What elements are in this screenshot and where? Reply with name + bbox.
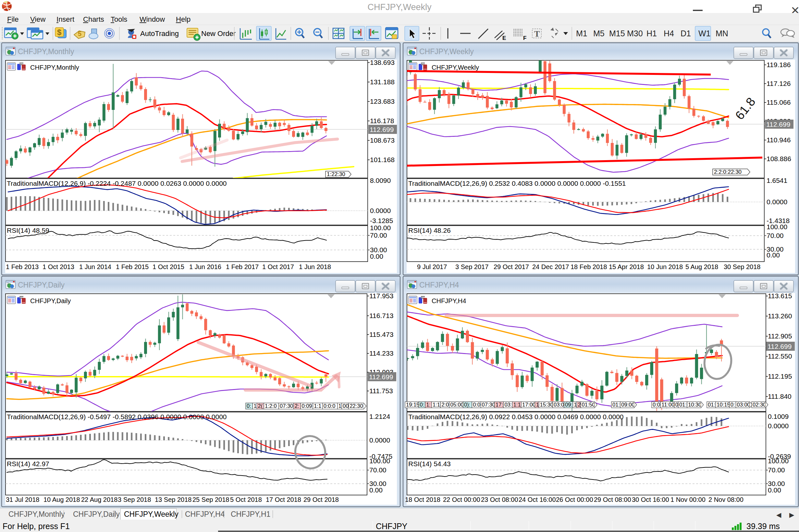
svg-text:24 Dec 2017: 24 Dec 2017 — [532, 263, 569, 270]
svg-text:RSI(14) 42.97: RSI(14) 42.97 — [7, 460, 49, 468]
svg-text:5 Oct 2018: 5 Oct 2018 — [230, 496, 262, 503]
svg-text:70.00: 70.00 — [369, 466, 386, 474]
svg-text:112.699: 112.699 — [369, 373, 393, 381]
svg-text:115.473: 115.473 — [369, 331, 393, 338]
svg-text:113.260: 113.260 — [768, 312, 792, 320]
svg-text:18 Feb 2018: 18 Feb 2018 — [570, 263, 607, 270]
svg-text:1 Feb 2017: 1 Feb 2017 — [226, 263, 259, 270]
svg-text:CHFJPY,Weekly: CHFJPY,Weekly — [432, 64, 479, 71]
svg-text:112.905: 112.905 — [768, 332, 792, 340]
svg-text:TraditionalMACD(12,26,9) -0.22: TraditionalMACD(12,26,9) -0.2224 -0.2487… — [7, 179, 227, 187]
svg-text:100.00: 100.00 — [369, 457, 390, 464]
svg-text:23 Oct 08:00: 23 Oct 08:00 — [481, 496, 518, 503]
svg-text:1.6541: 1.6541 — [766, 177, 787, 184]
svg-text:1 Oct 2017: 1 Oct 2017 — [262, 263, 294, 270]
svg-text:30 Oct 16:00: 30 Oct 16:00 — [632, 496, 669, 503]
svg-text:116.713: 116.713 — [369, 312, 393, 319]
svg-text:0.00: 0.00 — [768, 486, 781, 494]
svg-text:1 Oct 2013: 1 Oct 2013 — [42, 263, 74, 270]
svg-text:3 Sep 2018: 3 Sep 2018 — [118, 496, 151, 503]
svg-text:112.550: 112.550 — [768, 353, 792, 360]
svg-text:138.693: 138.693 — [370, 59, 395, 66]
svg-text:1:22:30: 1:22:30 — [327, 171, 345, 177]
svg-text:117.126: 117.126 — [766, 80, 791, 87]
svg-text:0.00: 0.00 — [369, 486, 383, 494]
svg-text:22 Oct 00:00: 22 Oct 00:00 — [443, 496, 480, 503]
svg-text:01:50: 01:50 — [582, 402, 595, 407]
svg-text:02:30: 02:30 — [752, 402, 766, 407]
svg-text:1 Oct 2015: 1 Oct 2015 — [152, 263, 184, 270]
svg-text:115.066: 115.066 — [766, 98, 791, 106]
svg-text:22:30: 22:30 — [349, 403, 363, 409]
svg-text:TraditionalMACD(12,26,9) 0.253: TraditionalMACD(12,26,9) 0.2532 0.4083 0… — [408, 179, 626, 187]
svg-text:1: 1 — [574, 402, 577, 407]
svg-text:1:1: 1:1 — [314, 403, 321, 409]
svg-text:2:0: 2:0 — [441, 402, 449, 407]
svg-text:111.840: 111.840 — [768, 393, 792, 400]
svg-text:10 Jun 2018: 10 Jun 2018 — [647, 263, 683, 270]
svg-text:101.168: 101.168 — [370, 156, 395, 164]
svg-text:03:0: 03:0 — [553, 402, 564, 407]
svg-text:00: 00 — [343, 403, 348, 409]
svg-text:05:00: 05:00 — [451, 402, 464, 407]
svg-text:03:00: 03:00 — [737, 402, 750, 407]
svg-text:10:15: 10:15 — [716, 402, 730, 407]
svg-text:CHFJPY,H4: CHFJPY,H4 — [419, 281, 459, 289]
svg-text:5 Aug 2018: 5 Aug 2018 — [685, 263, 718, 270]
svg-text:10 Aug 2018: 10 Aug 2018 — [43, 496, 80, 503]
svg-text:09:00: 09:00 — [621, 402, 634, 407]
svg-text:113.615: 113.615 — [768, 292, 792, 300]
svg-text:1 Feb 2015: 1 Feb 2015 — [116, 263, 149, 270]
svg-text:15:30: 15:30 — [540, 402, 553, 407]
svg-text:18 Oct 2018: 18 Oct 2018 — [405, 496, 440, 503]
svg-text:0.00: 0.00 — [370, 252, 383, 260]
svg-text:30 Sep 2018: 30 Sep 2018 — [724, 263, 760, 270]
svg-text:01:: 01: — [708, 402, 715, 407]
svg-text:1: 1 — [253, 403, 256, 409]
svg-text:26 Oct 00:00: 26 Oct 00:00 — [556, 496, 593, 503]
svg-text:17 Oct 2018: 17 Oct 2018 — [266, 496, 301, 503]
svg-text:119.186: 119.186 — [766, 61, 791, 69]
svg-text:111.753: 111.753 — [369, 387, 393, 395]
svg-text:07:30: 07:30 — [280, 403, 293, 409]
svg-text:03:: 03: — [504, 402, 512, 407]
svg-text:CHFJPY,Daily: CHFJPY,Daily — [18, 281, 65, 289]
svg-text:TraditionalMACD(12,26,9) -0.54: TraditionalMACD(12,26,9) -0.5497 -0.5892… — [7, 413, 227, 420]
svg-text:116.178: 116.178 — [370, 117, 394, 125]
svg-text:19:15: 19:15 — [406, 402, 419, 407]
svg-text:09:: 09: — [565, 402, 573, 407]
svg-text:0:0: 0:0 — [653, 402, 660, 407]
svg-text:112.699: 112.699 — [766, 120, 790, 128]
svg-text:1 Jun 2016: 1 Jun 2016 — [189, 263, 221, 270]
svg-text:RSI(14) 48.26: RSI(14) 48.26 — [408, 227, 451, 234]
svg-text:1:: 1: — [426, 402, 431, 407]
svg-text:01:: 01: — [679, 402, 687, 407]
svg-text:0.00: 0.00 — [766, 251, 780, 259]
svg-text:RSI(14) 54.43: RSI(14) 54.43 — [408, 460, 451, 468]
svg-text:70.00: 70.00 — [370, 231, 387, 239]
svg-text:CHFJPY,Monthly: CHFJPY,Monthly — [18, 48, 74, 56]
svg-text:0:: 0: — [420, 402, 424, 407]
svg-text:-3.1285: -3.1285 — [370, 217, 393, 224]
svg-text:07:30: 07:30 — [482, 402, 495, 407]
svg-text:9 Jul 2017: 9 Jul 2017 — [417, 263, 447, 270]
svg-text:29 Oct 2017: 29 Oct 2017 — [494, 263, 529, 270]
svg-text:70.00: 70.00 — [768, 466, 785, 474]
svg-text:1 Feb 2013: 1 Feb 2013 — [6, 263, 39, 270]
svg-text:131.188: 131.188 — [370, 78, 395, 86]
svg-text:2: 2 — [578, 402, 581, 407]
svg-text:0:09: 0:09 — [302, 403, 312, 409]
svg-text:108.886: 108.886 — [766, 155, 791, 163]
svg-text:100.00: 100.00 — [766, 223, 787, 230]
svg-text:123.683: 123.683 — [370, 98, 395, 105]
svg-text:3 Sep 2017: 3 Sep 2017 — [455, 263, 488, 270]
svg-text:70.00: 70.00 — [766, 232, 784, 239]
svg-text:2:: 2: — [295, 403, 299, 409]
svg-text:CHFJPY,Weekly: CHFJPY,Weekly — [419, 48, 474, 56]
svg-text:2 Nov 08:00: 2 Nov 08:00 — [708, 496, 744, 503]
svg-text:1.2124: 1.2124 — [369, 413, 391, 420]
svg-text:1:1: 1:1 — [433, 402, 440, 407]
svg-text:0:: 0: — [730, 402, 735, 407]
svg-text:0: 0 — [675, 402, 678, 407]
svg-text:0:: 0: — [247, 403, 251, 409]
